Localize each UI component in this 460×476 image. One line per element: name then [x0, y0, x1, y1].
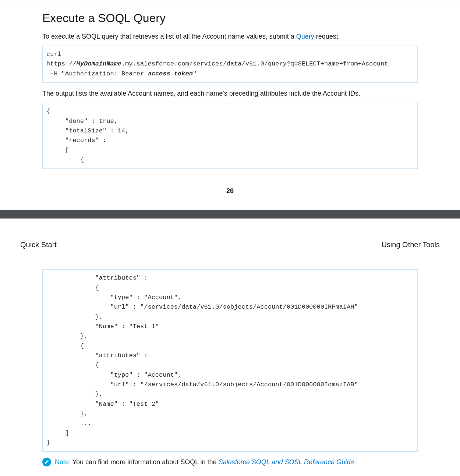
code-text: https://	[46, 60, 77, 67]
header-left: Quick Start	[20, 241, 57, 249]
json-output-block-2: "attributes" : { "type" : "Account", "ur…	[42, 269, 418, 452]
note-body: Note: You can find more information abou…	[55, 458, 356, 466]
page-separator	[0, 210, 460, 219]
note-callout: Note: You can find more information abou…	[42, 458, 418, 466]
reference-guide-link[interactable]: Salesforce SOQL and SOSL Reference Guide	[219, 458, 354, 466]
note-text-a: You can find more information about SOQL…	[71, 458, 219, 466]
json-output-block-1: { "done" : true, "totalSize" : 14, "reco…	[42, 103, 418, 169]
code-text: .my.salesforce.com/services/data/v61.0/q…	[121, 60, 388, 67]
page-1: Execute a SOQL Query To execute a SOQL q…	[0, 0, 460, 210]
code-text: "	[193, 70, 197, 77]
query-link[interactable]: Query	[296, 33, 314, 40]
note-text-b: .	[354, 458, 356, 466]
note-label: Note:	[55, 458, 71, 466]
page-2: Quick Start Using Other Tools "attribute…	[0, 219, 460, 476]
code-text: -H "Authorization: Bearer	[46, 70, 148, 77]
intro-paragraph: To execute a SOQL query that retrieves a…	[42, 32, 418, 41]
header-right: Using Other Tools	[381, 241, 440, 249]
section-title: Execute a SOQL Query	[42, 11, 418, 25]
code-domain-placeholder: MyDomainName	[77, 60, 121, 67]
page-number: 26	[42, 187, 418, 195]
output-description: The output lists the available Account n…	[42, 89, 418, 98]
note-icon	[42, 458, 51, 466]
code-text: curl	[46, 51, 61, 58]
page-2-content: "attributes" : { "type" : "Account", "ur…	[20, 269, 440, 466]
code-token-placeholder: access_token	[148, 70, 192, 77]
intro-text-prefix: To execute a SOQL query that retrieves a…	[42, 33, 296, 40]
intro-text-suffix: request.	[314, 33, 340, 40]
running-header: Quick Start Using Other Tools	[20, 241, 440, 249]
curl-code-block: curl https://MyDomainName.my.salesforce.…	[42, 46, 418, 83]
